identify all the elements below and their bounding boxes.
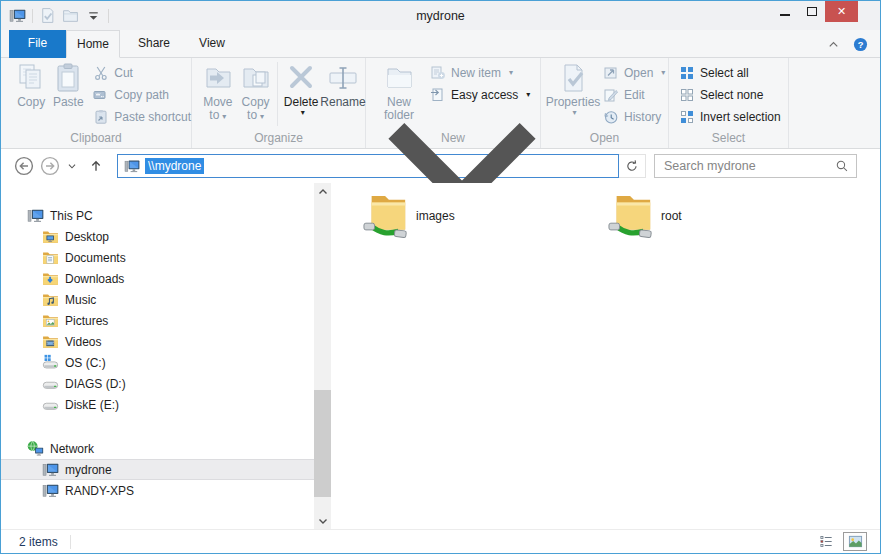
scroll-down-button[interactable]: [314, 512, 331, 529]
item-count: 2 items: [19, 535, 58, 549]
content-area: This PCDesktopDocumentsDownloadsMusicPic…: [1, 183, 880, 529]
invert-selection-button[interactable]: Invert selection: [679, 107, 781, 126]
details-view-button[interactable]: [814, 532, 838, 551]
refresh-button[interactable]: [619, 154, 646, 178]
select-all-button[interactable]: Select all: [679, 63, 781, 82]
sidebar-item-label: OS (C:): [65, 356, 106, 370]
new-folder-icon[interactable]: [62, 7, 79, 24]
file-tile-images[interactable]: images: [363, 189, 455, 243]
tree-section-gap: [1, 415, 314, 438]
icons-view-button[interactable]: [843, 532, 867, 551]
paste-icon: [52, 62, 84, 94]
sidebar-item-this-pc[interactable]: This PC: [1, 205, 314, 226]
back-button[interactable]: [13, 155, 35, 177]
sidebar-item-label: Documents: [65, 251, 126, 265]
svg-text:?: ?: [858, 39, 864, 49]
sidebar-item-label: Pictures: [65, 314, 108, 328]
shared-folder-icon: [608, 190, 654, 242]
sidebar-item-label: Desktop: [65, 230, 109, 244]
sidebar-item-diags-d[interactable]: DIAGS (D:): [1, 373, 314, 394]
sidebar-item-label: Music: [65, 293, 96, 307]
folder-desktop-icon: [42, 228, 59, 245]
sidebar-item-desktop[interactable]: Desktop: [1, 226, 314, 247]
scrollbar-track[interactable]: [314, 200, 331, 512]
file-tile-root[interactable]: root: [608, 189, 682, 243]
copy-to-button[interactable]: Copy to▾: [237, 58, 275, 122]
computer-icon: [124, 158, 140, 174]
status-separator: [70, 535, 71, 549]
scrollbar-thumb[interactable]: [314, 390, 331, 497]
sidebar-item-diske-e[interactable]: DiskE (E:): [1, 394, 314, 415]
close-button[interactable]: ✕: [825, 1, 858, 22]
cut-button[interactable]: Cut: [93, 63, 191, 82]
copy-button[interactable]: Copy: [13, 58, 49, 109]
sidebar-scrollbar[interactable]: [314, 183, 331, 529]
sidebar-item-mydrone[interactable]: mydrone: [1, 459, 314, 480]
ribbon-filler: [789, 58, 880, 148]
chevron-down-icon: [65, 159, 79, 173]
dropdown-arrow-icon: ▾: [661, 69, 665, 77]
tab-view[interactable]: View: [184, 30, 240, 58]
copy-path-button[interactable]: Copy path: [93, 85, 191, 104]
toolbar-dropdown-icon[interactable]: [85, 7, 102, 24]
folder-documents-icon: [42, 249, 59, 266]
sidebar-item-label: RANDY-XPS: [65, 484, 134, 498]
up-button[interactable]: [85, 155, 107, 177]
sidebar-item-network[interactable]: Network: [1, 438, 314, 459]
computer-icon: [42, 461, 59, 478]
sidebar-item-pictures[interactable]: Pictures: [1, 310, 314, 331]
address-text[interactable]: \\mydrone: [145, 158, 204, 174]
maximize-button[interactable]: [798, 1, 825, 22]
sidebar-item-downloads[interactable]: Downloads: [1, 268, 314, 289]
explorer-window: mydrone ✕ File Home Share View ? Copy: [0, 0, 881, 554]
select-group-label: Select: [669, 130, 788, 148]
status-bar: 2 items: [1, 529, 880, 553]
copy-label: Copy: [17, 96, 45, 109]
search-icon[interactable]: [835, 159, 849, 173]
history-button[interactable]: History: [603, 107, 665, 126]
tab-file[interactable]: File: [9, 30, 66, 58]
copy-path-label: Copy path: [114, 88, 169, 102]
copy-icon: [15, 62, 47, 94]
minimize-icon: [780, 14, 790, 16]
title-bar: mydrone ✕: [1, 1, 880, 30]
network-icon: [27, 440, 44, 457]
minimize-button[interactable]: [771, 1, 798, 22]
paste-shortcut-button[interactable]: Paste shortcut: [93, 107, 191, 126]
forward-button[interactable]: [39, 155, 61, 177]
properties-icon[interactable]: [39, 7, 56, 24]
sidebar-item-os-c[interactable]: OS (C:): [1, 352, 314, 373]
recent-locations-button[interactable]: [65, 155, 79, 177]
open-button[interactable]: Open▾: [603, 63, 665, 82]
move-to-button[interactable]: Move to▾: [199, 58, 237, 122]
sidebar-item-randy-xps[interactable]: RANDY-XPS: [1, 480, 314, 501]
file-name: images: [416, 209, 455, 223]
help-icon[interactable]: ?: [853, 37, 868, 52]
search-box[interactable]: [654, 154, 857, 178]
file-list: imagesroot: [331, 183, 880, 529]
sidebar-item-documents[interactable]: Documents: [1, 247, 314, 268]
invert-selection-icon: [679, 109, 695, 125]
address-bar[interactable]: \\mydrone: [117, 154, 619, 178]
chevron-up-icon[interactable]: [826, 37, 841, 52]
dropdown-arrow-icon: ▾: [301, 109, 305, 117]
open-label: Open: [624, 66, 653, 80]
scroll-up-button[interactable]: [314, 183, 331, 200]
sidebar-item-videos[interactable]: Videos: [1, 331, 314, 352]
ribbon-group-select: Select all Select none Invert selection …: [669, 58, 789, 148]
select-none-button[interactable]: Select none: [679, 85, 781, 104]
edit-label: Edit: [624, 88, 645, 102]
edit-button[interactable]: Edit: [603, 85, 665, 104]
invert-selection-label: Invert selection: [700, 110, 781, 124]
sidebar-item-music[interactable]: Music: [1, 289, 314, 310]
ribbon-group-clipboard: Copy Paste Cut Copy path Paste shortcut: [1, 58, 192, 148]
paste-button[interactable]: Paste: [49, 58, 87, 109]
toolbar-separator: [108, 9, 109, 23]
search-input[interactable]: [662, 158, 835, 174]
refresh-icon: [625, 159, 639, 173]
paste-shortcut-icon: [93, 109, 109, 125]
select-all-label: Select all: [700, 66, 749, 80]
sidebar-item-label: Network: [50, 442, 94, 456]
tab-home[interactable]: Home: [66, 30, 120, 58]
tab-share[interactable]: Share: [124, 30, 184, 58]
